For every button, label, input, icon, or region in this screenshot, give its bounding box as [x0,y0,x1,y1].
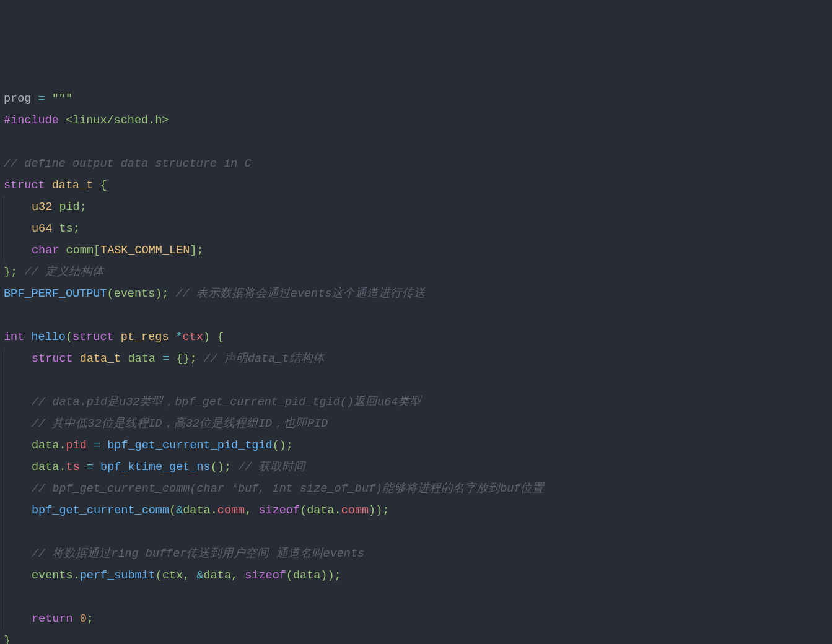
field-ts: ts [66,461,80,474]
number-zero: 0 [80,612,87,625]
args: (ctx, [155,569,197,582]
dot: . [59,439,66,452]
code-line[interactable]: // 将数据通过ring buffer传送到用户空间 通道名叫events [4,543,832,565]
keyword-sizeof: sizeof [245,569,286,582]
keyword-sizeof: sizeof [258,504,300,517]
field-pid: pid [66,439,87,452]
comment: // 将数据通过ring buffer传送到用户空间 通道名叫events [32,547,364,560]
code-line[interactable]: // define output data structure in C [4,153,832,175]
include-path: <linux/sched.h> [66,114,169,127]
code-line[interactable]: // 其中低32位是线程ID，高32位是线程组ID，也即PID [4,413,832,435]
space [24,331,31,344]
code-line[interactable]: BPF_PERF_OUTPUT(events); // 表示数据将会通过even… [4,283,832,305]
code-editor[interactable]: prog = """#include <linux/sched.h>// def… [4,88,832,644]
code-line[interactable]: } [4,630,832,644]
operator-star: * [176,331,183,344]
code-line[interactable]: events.perf_submit(ctx, &data, sizeof(da… [4,565,832,586]
code-line[interactable]: // data.pid是u32类型，bpf_get_current_pid_tg… [4,391,832,413]
keyword-char: char [32,244,59,257]
struct-close: }; [4,266,24,279]
function-hello: hello [31,331,66,344]
bracket-open: [ [94,244,100,257]
param-ctx: ctx [183,331,203,344]
semicolon: ; [73,222,80,235]
arg-data: data, [204,569,245,582]
preprocessor-include: #include [4,114,66,127]
keyword-struct: struct [32,352,73,365]
code-line[interactable]: }; // 定义结构体 [4,261,832,283]
code-line[interactable] [4,586,832,608]
comment: // data.pid是u32类型，bpf_get_current_pid_tg… [32,396,421,409]
close: (data)); [286,569,341,582]
brace-open: { [100,179,107,192]
keyword-struct: struct [72,331,114,344]
code-line[interactable]: data.ts = bpf_ktime_get_ns(); // 获取时间 [4,456,832,478]
code-line[interactable]: #include <linux/sched.h> [4,110,832,131]
type-name: data_t [45,179,100,192]
call-close: (); [273,439,293,452]
dot: . [59,461,66,474]
space [87,439,94,452]
field-comm: comm [341,504,369,517]
var-data: data [128,352,162,365]
code-line[interactable]: u32 pid; [4,196,832,218]
code-line[interactable] [4,305,832,326]
code-line[interactable]: int hello(struct pt_regs *ctx) { [4,326,832,348]
code-line[interactable]: char comm[TASK_COMM_LEN]; [4,240,832,261]
semicolon: ; [87,612,94,625]
bracket-close: ]; [190,244,203,257]
operator-equals: = [94,439,100,452]
field-comm: comm [217,504,245,517]
field-pid: pid [52,201,79,214]
fn-bpf-get-current-pid-tgid: bpf_get_current_pid_tgid [107,439,272,452]
code-line[interactable]: u64 ts; [4,218,832,240]
code-line[interactable]: data.pid = bpf_get_current_pid_tgid(); [4,435,832,456]
space [100,439,107,452]
space [80,461,87,474]
keyword-return: return [32,612,73,625]
call-close: (); [211,461,238,474]
code-line[interactable] [4,370,832,391]
code-line[interactable]: struct data_t data = {}; // 声明data_t结构体 [4,348,832,370]
keyword-struct: struct [4,179,45,192]
space [94,461,100,474]
code-line[interactable]: // bpf_get_current_comm(char *buf, int s… [4,478,832,500]
comment: // 获取时间 [238,461,305,474]
fn-perf-submit: perf_submit [80,569,155,582]
code-line[interactable] [4,131,832,153]
type-u64: u64 [32,222,52,235]
code-line[interactable] [4,521,832,543]
space [73,612,80,625]
type-u32: u32 [32,201,52,214]
paren-open: ( [66,331,72,344]
keyword-int: int [4,331,24,344]
fn-bpf-get-current-comm: bpf_get_current_comm [32,504,169,517]
field-ts: ts [52,222,72,235]
var-name: prog [4,92,38,105]
close: )); [369,504,389,517]
comment: // define output data structure in C [4,157,252,170]
dot: . [211,504,217,517]
paren-open: ( [169,504,176,517]
code-line[interactable]: struct data_t { [4,175,832,196]
brace-close: } [4,634,11,644]
macro-bpf-perf-output: BPF_PERF_OUTPUT [4,287,107,300]
var-data: data [32,461,59,474]
type-data-t: data_t [73,352,128,365]
comment: // 表示数据将会通过events这个通道进行传送 [176,287,426,300]
comma: , [245,504,258,517]
macro-args: (events); [107,287,176,300]
operator-amp: & [176,504,183,517]
var-data: data [183,504,210,517]
sizeof-arg1: (data [300,504,335,517]
dot: . [335,504,341,517]
var-data: data [32,439,59,452]
paren-close-brace-open: ) { [203,331,224,344]
code-line[interactable]: prog = """ [4,88,832,110]
task-comm-len: TASK_COMM_LEN [100,244,190,257]
var-events: events [32,569,73,582]
empty-init: {}; [169,352,204,365]
code-line[interactable]: return 0; [4,608,832,630]
code-line[interactable]: bpf_get_current_comm(&data.comm, sizeof(… [4,500,832,521]
field-comm: comm [59,244,94,257]
